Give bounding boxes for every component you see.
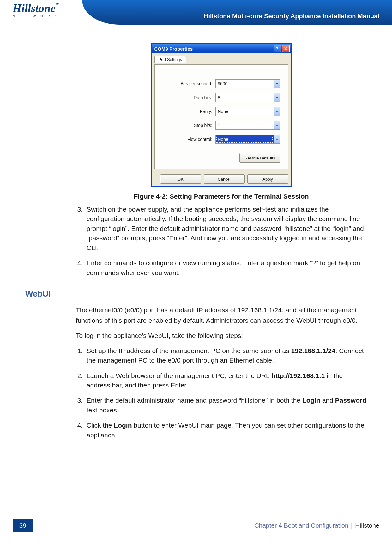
step-bold: Login xyxy=(302,397,320,404)
page-number: 39 xyxy=(13,519,33,532)
close-button[interactable]: ✕ xyxy=(282,45,290,52)
footer-separator: | xyxy=(351,522,353,529)
brand-logo: Hillstone™ N E T W O R K S xyxy=(13,3,82,18)
stop-bits-label: Stop bits: xyxy=(162,123,216,128)
parity-label: Parity: xyxy=(162,109,216,114)
logo-text: Hillstone xyxy=(13,2,56,15)
webui-intro-paragraph: The ethernet0/0 (e0/0) port has a defaul… xyxy=(76,305,367,326)
parity-select[interactable]: None ▾ xyxy=(215,107,280,116)
stop-bits-value: 1 xyxy=(218,123,220,128)
step-text: Set up the IP address of the management … xyxy=(87,347,291,354)
step-bold: Login xyxy=(114,422,132,429)
apply-button[interactable]: Apply xyxy=(247,174,288,184)
tab-port-settings[interactable]: Port Settings xyxy=(154,56,186,63)
chevron-down-icon: ▾ xyxy=(274,135,280,143)
footer-brand: Hillstone xyxy=(355,522,379,529)
help-button[interactable]: ? xyxy=(274,45,281,52)
webui-steps: Set up the IP address of the management … xyxy=(76,346,367,440)
chevron-down-icon: ▾ xyxy=(274,93,280,102)
help-icon: ? xyxy=(276,46,279,51)
restore-defaults-button[interactable]: Restore Defaults xyxy=(239,153,280,163)
step-text: text boxes. xyxy=(87,406,119,414)
webui-lead-paragraph: To log in the appliance’s WebUI, take th… xyxy=(76,331,367,341)
figure-container: COM9 Properties ? ✕ Port Settings Bits p… xyxy=(76,43,367,187)
steps-continued: Switch on the power supply, and the appl… xyxy=(76,205,367,278)
list-item: Launch a Web browser of the management P… xyxy=(85,371,367,390)
list-item: Enter commands to configure or view runn… xyxy=(85,258,367,278)
dialog-title: COM9 Properties xyxy=(154,46,274,51)
step-bold: Password xyxy=(335,397,366,404)
page-body: COM9 Properties ? ✕ Port Settings Bits p… xyxy=(0,27,392,517)
stop-bits-select[interactable]: 1 ▾ xyxy=(215,121,280,130)
bits-per-second-value: 9600 xyxy=(218,81,227,86)
ok-button[interactable]: OK xyxy=(160,174,201,184)
figure-caption: Figure 4-2: Setting Parameters for the T… xyxy=(76,193,367,200)
chevron-down-icon: ▾ xyxy=(274,121,280,129)
list-item: Enter the default administrator name and… xyxy=(85,396,367,415)
dialog-footer: OK Cancel Apply xyxy=(152,172,291,186)
data-bits-select[interactable]: 8 ▾ xyxy=(215,93,280,102)
flow-control-value: None xyxy=(218,137,228,142)
list-item: Switch on the power supply, and the appl… xyxy=(85,205,367,253)
step-text: Click the xyxy=(87,422,114,429)
step-bold: http://192.168.1.1 xyxy=(271,372,325,379)
step-text: and xyxy=(320,397,335,404)
data-bits-label: Data bits: xyxy=(162,95,216,100)
close-icon: ✕ xyxy=(284,46,288,51)
dialog-tabstrip: Port Settings xyxy=(152,53,291,64)
footer-right: Chapter 4 Boot and Configuration | Hills… xyxy=(39,519,379,532)
cancel-button[interactable]: Cancel xyxy=(204,174,245,184)
step-text: Enter the default administrator name and… xyxy=(87,397,302,404)
flow-control-select[interactable]: None ▾ xyxy=(215,135,280,144)
page-footer: 39 Chapter 4 Boot and Configuration | Hi… xyxy=(13,517,379,532)
bits-per-second-label: Bits per second: xyxy=(162,81,216,86)
footer-chapter: Chapter 4 Boot and Configuration xyxy=(254,522,348,529)
dialog-body: Bits per second: 9600 ▾ Data bits: 8 ▾ P… xyxy=(154,64,288,169)
step-text: Launch a Web browser of the management P… xyxy=(87,372,271,379)
chevron-down-icon: ▾ xyxy=(274,80,280,88)
data-bits-value: 8 xyxy=(218,95,220,100)
manual-title: Hillstone Multi-core Security Appliance … xyxy=(204,13,379,20)
trademark-icon: ™ xyxy=(56,3,59,7)
header-background xyxy=(82,0,392,25)
chevron-down-icon: ▾ xyxy=(274,107,280,116)
list-item: Click the Login button to enter WebUI ma… xyxy=(85,421,367,440)
parity-value: None xyxy=(218,109,228,114)
bits-per-second-select[interactable]: 9600 ▾ xyxy=(215,79,280,88)
page-header: Hillstone Multi-core Security Appliance … xyxy=(0,0,392,27)
section-heading-webui: WebUI xyxy=(25,289,367,299)
flow-control-label: Flow control: xyxy=(162,137,216,142)
step-bold: 192.168.1.1/24 xyxy=(291,347,335,354)
list-item: Set up the IP address of the management … xyxy=(85,346,367,365)
com-properties-dialog: COM9 Properties ? ✕ Port Settings Bits p… xyxy=(151,43,292,187)
logo-subtext: N E T W O R K S xyxy=(13,15,82,18)
dialog-titlebar: COM9 Properties ? ✕ xyxy=(152,44,291,53)
